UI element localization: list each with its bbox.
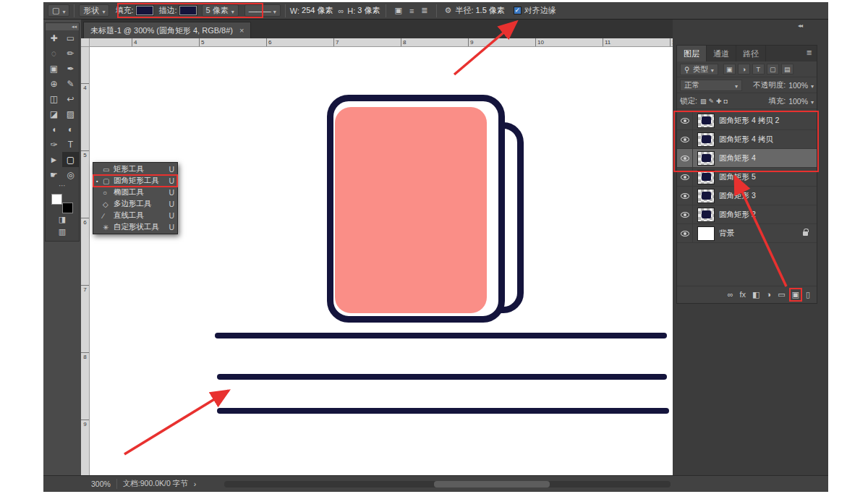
tool-button[interactable]: ✑ bbox=[46, 137, 62, 152]
layer-row[interactable]: 圆角矩形 5 bbox=[677, 168, 817, 187]
stroke-width-dropdown[interactable]: 5 像素 bbox=[202, 4, 239, 17]
height-field[interactable]: 3 像素 bbox=[357, 5, 380, 16]
layer-thumbnail[interactable] bbox=[697, 208, 715, 222]
tool-button[interactable]: ✎ bbox=[62, 76, 79, 91]
gear-icon[interactable]: ⚙ bbox=[445, 6, 452, 15]
fill-value[interactable]: 100% bbox=[788, 97, 808, 106]
panel-footer-icon[interactable]: ∞ bbox=[728, 291, 733, 299]
panel-footer-icon[interactable]: fx bbox=[740, 291, 746, 299]
tool-button[interactable]: ↩ bbox=[62, 91, 79, 106]
opacity-value[interactable]: 100% bbox=[788, 81, 808, 90]
filter-kind-dropdown[interactable]: ⚲ 类型 bbox=[680, 64, 718, 75]
tool-button[interactable]: ◫ bbox=[46, 91, 62, 106]
path-operation-icon[interactable]: ≣ bbox=[421, 6, 427, 15]
scrollbar-thumb[interactable] bbox=[434, 481, 550, 487]
align-edges-checkbox[interactable] bbox=[514, 7, 522, 14]
width-field[interactable]: 254 像素 bbox=[302, 5, 333, 16]
flyout-menu-item[interactable]: ▭ 矩形工具 U bbox=[93, 163, 177, 175]
filter-type-icon[interactable]: ▣ bbox=[723, 64, 736, 74]
lock-option-icon[interactable]: ✚ bbox=[716, 98, 722, 105]
layer-thumbnail[interactable] bbox=[697, 170, 715, 184]
foreground-color-swatch[interactable] bbox=[51, 194, 62, 205]
screen-mode-icon[interactable]: ▥ bbox=[59, 227, 66, 237]
layer-row[interactable]: 圆角矩形 4 拷贝 bbox=[677, 130, 817, 149]
toolbar-more-icon[interactable]: ⋯ bbox=[46, 182, 79, 191]
flyout-menu-item[interactable]: ◇ 多边形工具 U bbox=[93, 198, 177, 210]
filter-type-icon[interactable]: T bbox=[752, 64, 765, 74]
tool-button[interactable]: ✚ bbox=[46, 30, 62, 46]
layer-row[interactable]: 圆角矩形 3 bbox=[677, 187, 817, 205]
close-tab-icon[interactable]: × bbox=[239, 26, 244, 35]
layer-visibility-toggle[interactable] bbox=[677, 130, 693, 148]
tool-button[interactable]: ► bbox=[46, 152, 62, 167]
layer-row[interactable]: 圆角矩形 2 bbox=[677, 205, 817, 224]
background-color-swatch[interactable] bbox=[62, 203, 73, 213]
radius-field[interactable]: 1.5 像素 bbox=[475, 5, 504, 16]
tool-button[interactable]: ▣ bbox=[46, 61, 62, 76]
layer-row[interactable]: 圆角矩形 4 bbox=[677, 149, 817, 168]
layer-row[interactable]: 背景 bbox=[677, 224, 817, 243]
layer-name[interactable]: 圆角矩形 5 bbox=[719, 172, 814, 182]
filter-type-icon[interactable]: ▢ bbox=[767, 64, 779, 74]
flyout-menu-item[interactable]: ✳ 自定形状工具 U bbox=[93, 221, 177, 233]
layer-visibility-toggle[interactable] bbox=[677, 111, 693, 129]
panel-footer-icon[interactable]: ◑ bbox=[766, 291, 771, 299]
layer-name[interactable]: 圆角矩形 4 拷贝 2 bbox=[719, 116, 814, 126]
quick-mask-icon[interactable]: ◨ bbox=[59, 215, 66, 224]
filter-type-icon[interactable]: ▤ bbox=[781, 64, 793, 74]
lock-option-icon[interactable]: ▨ bbox=[700, 98, 707, 105]
layer-name[interactable]: 圆角矩形 2 bbox=[719, 210, 814, 220]
tool-button[interactable]: T bbox=[62, 137, 79, 152]
fill-color-swatch[interactable] bbox=[136, 6, 153, 15]
panel-footer-icon[interactable]: ▣ bbox=[792, 291, 799, 299]
panel-tab[interactable]: 通道 bbox=[707, 46, 736, 61]
lock-option-icon[interactable]: ✎ bbox=[708, 98, 714, 105]
blend-mode-dropdown[interactable]: 正常 bbox=[680, 80, 742, 91]
toolbar-collapse-icon[interactable]: ◂◂ bbox=[46, 23, 79, 30]
tool-button[interactable]: ◌ bbox=[46, 46, 62, 61]
layer-thumbnail[interactable] bbox=[697, 226, 715, 241]
tool-button[interactable]: ✏ bbox=[62, 46, 79, 61]
tool-button[interactable]: ▨ bbox=[62, 106, 79, 122]
status-flyout-arrow-icon[interactable]: › bbox=[194, 480, 197, 488]
layer-visibility-toggle[interactable] bbox=[677, 149, 693, 167]
tool-button[interactable]: ☛ bbox=[46, 167, 62, 182]
layer-name[interactable]: 圆角矩形 4 拷贝 bbox=[719, 135, 814, 145]
path-operation-icon[interactable]: ▣ bbox=[394, 6, 401, 15]
panel-footer-icon[interactable]: ◧ bbox=[752, 291, 760, 299]
collapse-panels-icon[interactable]: ◂◂ bbox=[798, 22, 802, 29]
tool-button[interactable]: ⊕ bbox=[46, 76, 62, 91]
tool-button[interactable]: ▭ bbox=[62, 30, 79, 46]
tool-button[interactable]: ▢ bbox=[62, 152, 79, 167]
tool-button[interactable]: ◎ bbox=[62, 167, 79, 182]
zoom-level-field[interactable]: 300% bbox=[91, 480, 111, 488]
layer-visibility-toggle[interactable] bbox=[677, 168, 693, 186]
filter-type-icon[interactable]: ◑ bbox=[738, 64, 750, 74]
layer-thumbnail[interactable] bbox=[697, 151, 715, 166]
panel-menu-icon[interactable]: ≣ bbox=[802, 46, 817, 61]
layer-visibility-toggle[interactable] bbox=[677, 187, 693, 205]
tool-button[interactable]: ✒ bbox=[62, 61, 79, 76]
flyout-menu-item[interactable]: ∕ 直线工具 U bbox=[93, 210, 177, 221]
layer-visibility-toggle[interactable] bbox=[677, 224, 693, 242]
layer-name[interactable]: 背景 bbox=[719, 229, 803, 239]
horizontal-scrollbar[interactable] bbox=[224, 481, 671, 487]
tool-mode-dropdown[interactable]: 形状 bbox=[79, 4, 109, 17]
layer-name[interactable]: 圆角矩形 3 bbox=[719, 191, 814, 201]
tool-button[interactable]: ◐ bbox=[62, 122, 79, 137]
panel-footer-icon[interactable]: ▭ bbox=[778, 291, 785, 299]
panel-tab[interactable]: 路径 bbox=[736, 46, 766, 61]
tool-button[interactable]: ◖ bbox=[46, 122, 62, 137]
tool-button[interactable]: ◪ bbox=[46, 106, 62, 122]
layer-thumbnail[interactable] bbox=[697, 189, 715, 203]
layer-row[interactable]: 圆角矩形 4 拷贝 2 bbox=[677, 111, 817, 130]
panel-footer-icon[interactable]: ▯ bbox=[806, 291, 810, 299]
tool-preset-dropdown[interactable]: ▢ bbox=[48, 4, 69, 17]
path-operation-icon[interactable]: ≡ bbox=[409, 7, 414, 15]
lock-option-icon[interactable]: ◘ bbox=[724, 98, 728, 105]
layer-name[interactable]: 圆角矩形 4 bbox=[719, 153, 814, 163]
document-tab[interactable]: 未标题-1 @ 300% (圆角矩形 4, RGB/8#) × bbox=[83, 22, 251, 38]
panel-tab[interactable]: 图层 bbox=[677, 46, 707, 61]
link-dimensions-icon[interactable]: ∞ bbox=[338, 7, 344, 15]
stroke-color-swatch[interactable] bbox=[179, 6, 197, 15]
